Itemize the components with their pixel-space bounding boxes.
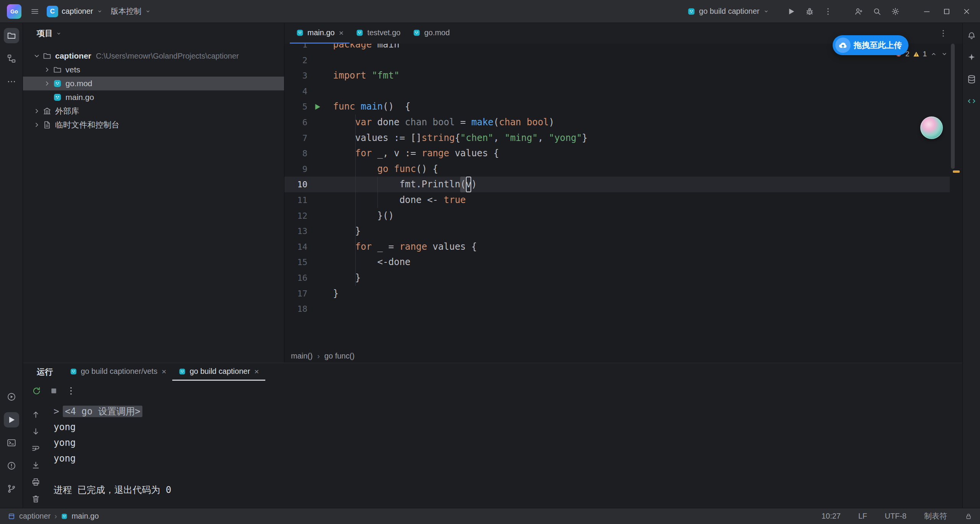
rerun-button[interactable] (31, 386, 42, 398)
code-line[interactable]: 7 values := []string{"chen", "ming", "yo… (284, 130, 962, 146)
scroll-to-end-button[interactable] (31, 460, 41, 472)
status-line-separator[interactable]: LF (858, 512, 867, 521)
code-line[interactable]: 13 } (284, 223, 962, 239)
drag-upload-overlay-button[interactable]: 拖拽至此上传 (833, 35, 908, 55)
breadcrumb-item[interactable]: go func() (324, 352, 354, 360)
project-selector[interactable]: C captioner (43, 3, 107, 20)
clear-all-button[interactable] (31, 494, 41, 505)
status-encoding[interactable]: UTF-8 (885, 512, 906, 521)
code-editor[interactable]: 1package main23import "fmt"45func main()… (284, 44, 962, 349)
tree-item[interactable]: 临时文件和控制台 (23, 118, 284, 132)
tree-item[interactable]: vets (23, 63, 284, 77)
breadcrumb-item[interactable]: main() (291, 352, 313, 360)
code-line[interactable]: 5func main() { (284, 99, 962, 115)
goland-window: Go C captioner 版本控制 go build captioner (0, 0, 980, 524)
settings-button[interactable] (887, 4, 903, 19)
code-line[interactable]: 17} (284, 286, 962, 301)
folded-command[interactable]: <4 go 设置调用> (63, 406, 142, 417)
code-line[interactable]: 10 fmt.Println(v) (284, 177, 962, 192)
tool-button-database[interactable] (964, 72, 979, 87)
more-tool-windows-icon (7, 77, 16, 87)
console-output[interactable]: ><4 go 设置调用>yongyongyong 进程 已完成，退出代码为 0 (48, 402, 962, 498)
database-icon (967, 74, 977, 84)
tool-button-more-tool-windows[interactable] (4, 74, 19, 89)
console-line: yong (54, 419, 962, 435)
tree-expand-icon[interactable] (42, 79, 52, 88)
code-line[interactable]: 9 go func() { (284, 161, 962, 177)
stop-button[interactable] (49, 386, 59, 398)
editor-tab[interactable]: main.go× (290, 23, 350, 44)
code-line[interactable]: 8 for _, v := range values { (284, 146, 962, 161)
soft-wrap-button[interactable] (31, 444, 41, 455)
status-project[interactable]: captioner (19, 512, 51, 521)
warning-stripe-mark[interactable] (953, 170, 960, 173)
code-line[interactable]: 16 } (284, 270, 962, 286)
print-button[interactable] (31, 477, 41, 488)
status-caret-position[interactable]: 10:27 (822, 512, 841, 521)
more-actions-button[interactable] (820, 4, 836, 19)
tree-item[interactable]: go.mod (23, 77, 284, 90)
run-configuration-selector[interactable]: go build captioner (683, 5, 773, 18)
window-close-button[interactable] (958, 3, 975, 20)
code-with-me-button[interactable] (851, 4, 867, 19)
editor-tab[interactable]: testvet.go (350, 23, 407, 44)
search-everywhere-button[interactable] (869, 4, 885, 19)
tree-expand-icon[interactable] (32, 51, 41, 61)
close-icon[interactable]: × (254, 367, 259, 375)
tree-expand-icon[interactable] (42, 65, 52, 74)
tab-options-icon[interactable] (939, 29, 948, 38)
code-line[interactable]: 11 done <- true (284, 192, 962, 208)
status-file[interactable]: main.go (72, 512, 99, 521)
code-text: import "fmt" (333, 68, 399, 84)
code-line[interactable]: 14 for _ = range values { (284, 239, 962, 255)
tool-button-endpoints[interactable] (964, 93, 979, 109)
warning-count[interactable]: 1 (923, 50, 927, 58)
tool-button-terminal[interactable] (4, 435, 19, 450)
maximize-icon (942, 7, 951, 16)
status-indent-style[interactable]: 制表符 (924, 511, 947, 521)
editor-tab-label: testvet.go (367, 28, 400, 37)
window-maximize-button[interactable] (938, 3, 956, 20)
tool-button-project[interactable] (4, 28, 19, 43)
window-minimize-button[interactable] (918, 3, 936, 20)
prev-problem-icon[interactable] (930, 50, 938, 58)
run-tab[interactable]: go build captioner/vets× (64, 363, 172, 381)
tool-button-problems[interactable] (4, 458, 19, 473)
editor-scrollbar-thumb[interactable] (951, 44, 955, 169)
code-line[interactable]: 15 <-done (284, 254, 962, 270)
main-menu-button[interactable] (27, 4, 43, 19)
console-fold-arrow[interactable]: > (54, 406, 59, 417)
prev-occurrence-button[interactable] (31, 410, 41, 421)
tree-item[interactable]: main.go (23, 90, 284, 104)
tree-expand-icon[interactable] (32, 106, 41, 116)
code-line[interactable]: 3import "fmt" (284, 68, 962, 84)
run-button[interactable] (783, 4, 799, 19)
tool-button-services[interactable] (4, 389, 19, 404)
project-panel-header[interactable]: 项目 (23, 23, 284, 44)
debug-button[interactable] (802, 4, 818, 19)
code-line[interactable]: 6 var done chan bool = make(chan bool) (284, 115, 962, 130)
tree-expand-icon[interactable] (32, 120, 41, 129)
tree-item[interactable]: captionerC:\Users\meowr\GolandProjects\c… (23, 49, 284, 63)
tool-button-ai-assistant[interactable] (964, 50, 979, 65)
floating-assistant-ball[interactable] (920, 116, 943, 139)
tree-item[interactable]: 外部库 (23, 104, 284, 118)
warning-badge-icon[interactable] (913, 51, 920, 58)
close-icon[interactable]: × (339, 29, 343, 37)
more-options-button[interactable] (66, 386, 76, 398)
code-line[interactable]: 4 (284, 84, 962, 99)
next-problem-icon[interactable] (941, 50, 948, 58)
chevron-down-icon (763, 8, 769, 15)
code-line[interactable]: 12 }() (284, 208, 962, 224)
tool-button-run[interactable] (4, 412, 19, 427)
tool-button-structure[interactable] (4, 51, 19, 66)
close-icon[interactable]: × (162, 367, 166, 375)
vcs-widget[interactable]: 版本控制 (107, 4, 155, 19)
tool-button-version-control[interactable] (4, 481, 19, 496)
tool-button-notifications[interactable] (964, 28, 979, 43)
code-line[interactable]: 18 (284, 301, 962, 317)
run-tab[interactable]: go build captioner× (172, 363, 265, 381)
next-occurrence-button[interactable] (31, 427, 41, 438)
lock-icon[interactable] (965, 513, 972, 520)
editor-tab[interactable]: go.mod (407, 23, 456, 44)
